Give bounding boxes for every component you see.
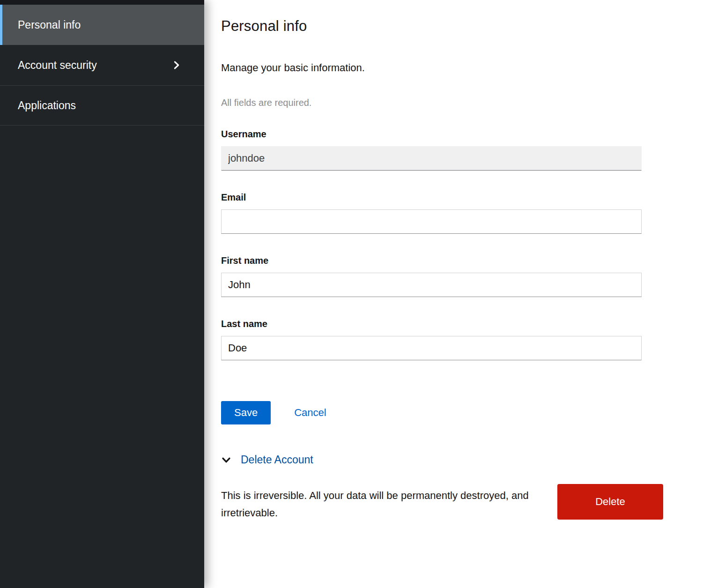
email-group: Email xyxy=(221,192,642,234)
delete-warning-text: This is irreversible. All your data will… xyxy=(221,484,554,521)
email-label: Email xyxy=(221,192,642,203)
personal-info-form: Username Email First name Last name Save… xyxy=(221,129,642,521)
page-subtitle: Manage your basic information. xyxy=(221,62,703,74)
save-button[interactable]: Save xyxy=(221,401,271,424)
masthead-edge xyxy=(0,0,204,5)
sidebar-item-personal-info[interactable]: Personal info xyxy=(0,5,204,45)
username-label: Username xyxy=(221,129,642,140)
sidebar-nav: Personal info Account security Applicati… xyxy=(0,0,204,588)
first-name-label: First name xyxy=(221,255,642,266)
delete-account-link[interactable]: Delete Account xyxy=(241,454,313,466)
delete-account-section: This is irreversible. All your data will… xyxy=(221,484,663,521)
page-title: Personal info xyxy=(221,18,703,35)
username-group: Username xyxy=(221,129,642,171)
last-name-group: Last name xyxy=(221,319,642,360)
required-fields-note: All fields are required. xyxy=(221,97,703,108)
sidebar-item-account-security[interactable]: Account security xyxy=(0,45,204,85)
last-name-label: Last name xyxy=(221,319,642,329)
sidebar-item-applications[interactable]: Applications xyxy=(0,85,204,126)
delete-button[interactable]: Delete xyxy=(557,484,663,520)
chevron-right-icon xyxy=(171,60,182,70)
sidebar-item-label: Personal info xyxy=(18,19,81,31)
form-actions: Save Cancel xyxy=(221,401,642,424)
delete-account-toggle[interactable]: Delete Account xyxy=(221,454,642,466)
cancel-link[interactable]: Cancel xyxy=(294,407,326,419)
sidebar-item-label: Applications xyxy=(18,99,76,112)
email-field[interactable] xyxy=(221,209,642,234)
sidebar-item-label: Account security xyxy=(18,59,97,72)
chevron-down-icon xyxy=(221,455,231,465)
first-name-field[interactable] xyxy=(221,273,642,297)
username-field xyxy=(221,146,642,171)
last-name-field[interactable] xyxy=(221,336,642,360)
first-name-group: First name xyxy=(221,255,642,297)
main-content: Personal info Manage your basic informat… xyxy=(204,0,703,588)
